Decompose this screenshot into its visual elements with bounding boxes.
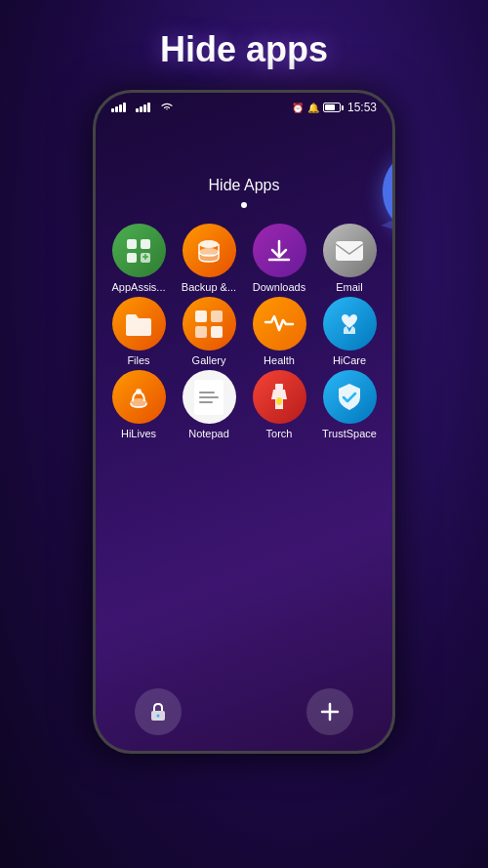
notification-icon: 🔔	[307, 103, 319, 113]
hide-apps-dot	[241, 202, 247, 208]
status-right: ⏰ 🔔 15:53	[292, 101, 377, 114]
app-item-hilives[interactable]: HiLives	[105, 370, 172, 439]
app-item-appassist[interactable]: AppAssis...	[105, 224, 172, 293]
status-left	[111, 102, 174, 113]
svg-rect-16	[211, 326, 223, 338]
svg-rect-14	[211, 310, 223, 322]
plus-icon	[320, 702, 340, 722]
svg-point-20	[276, 397, 282, 405]
svg-point-9	[199, 240, 219, 248]
app-icon-appassist	[112, 224, 166, 277]
app-icon-notepad	[183, 370, 236, 424]
svg-point-11	[199, 254, 219, 262]
eye-icon-bubble[interactable]	[383, 147, 392, 235]
app-label-hilives: HiLives	[121, 428, 156, 439]
app-label-gallery: Gallery	[192, 354, 226, 366]
alarm-icon: ⏰	[292, 103, 304, 113]
hide-apps-title: Hide Apps	[209, 177, 280, 194]
app-label-health: Health	[264, 354, 295, 366]
svg-rect-19	[275, 384, 283, 390]
svg-rect-5	[127, 239, 137, 249]
app-icon-gallery	[183, 297, 236, 351]
app-item-health[interactable]: Health	[246, 297, 312, 366]
app-item-downloads[interactable]: Downloads	[246, 224, 312, 293]
phone-device: ⏰ 🔔 15:53 Hide Apps	[93, 90, 395, 754]
page-title: Hide apps	[160, 29, 328, 70]
app-icon-email	[323, 224, 377, 277]
app-icon-health	[253, 297, 306, 351]
hide-apps-dialog: Hide Apps	[96, 177, 392, 439]
wifi-icon	[160, 102, 174, 113]
svg-point-22	[157, 715, 160, 718]
app-icon-downloads	[253, 224, 306, 277]
clock: 15:53	[347, 101, 377, 114]
app-item-torch[interactable]: Torch	[246, 370, 312, 439]
app-item-hicare[interactable]: HiCare	[316, 297, 383, 366]
app-label-backup: Backup &...	[182, 281, 236, 293]
lock-button[interactable]	[135, 688, 182, 735]
app-icon-torch	[253, 370, 306, 424]
status-bar: ⏰ 🔔 15:53	[96, 93, 392, 118]
app-label-torch: Torch	[266, 428, 293, 439]
app-label-notepad: Notepad	[188, 428, 229, 439]
app-label-appassist: AppAssis...	[111, 281, 165, 293]
app-item-email[interactable]: Email	[316, 224, 383, 293]
app-label-trustspace: TrustSpace	[322, 428, 377, 439]
app-icon-files	[112, 297, 166, 351]
app-item-backup[interactable]: Backup &...	[176, 224, 242, 293]
app-item-files[interactable]: Files	[105, 297, 172, 366]
battery-icon	[323, 103, 344, 112]
app-icon-hilives	[112, 370, 166, 424]
svg-point-18	[136, 389, 142, 394]
signal-icon	[111, 103, 126, 112]
app-item-notepad[interactable]: Notepad	[176, 370, 242, 439]
svg-rect-7	[127, 253, 137, 263]
phone-screen: ⏰ 🔔 15:53 Hide Apps	[96, 93, 392, 751]
phone-bottom-bar	[96, 682, 392, 751]
svg-rect-6	[141, 239, 150, 249]
app-icon-trustspace	[323, 370, 377, 424]
app-icon-backup	[183, 224, 236, 277]
network-signal-icon	[136, 103, 150, 112]
app-item-gallery[interactable]: Gallery	[176, 297, 242, 366]
app-label-hicare: HiCare	[333, 354, 366, 366]
app-label-files: Files	[127, 354, 149, 366]
svg-rect-13	[195, 310, 207, 322]
app-label-email: Email	[336, 281, 363, 293]
svg-rect-15	[195, 326, 207, 338]
phone-frame: ⏰ 🔔 15:53 Hide Apps	[93, 90, 395, 754]
app-item-trustspace[interactable]: TrustSpace	[316, 370, 383, 439]
add-button[interactable]	[306, 688, 353, 735]
svg-rect-12	[336, 241, 363, 261]
app-icon-hicare	[323, 297, 377, 351]
apps-grid: AppAssis... B	[96, 224, 392, 439]
app-label-downloads: Downloads	[253, 281, 305, 293]
lock-icon	[147, 701, 169, 723]
